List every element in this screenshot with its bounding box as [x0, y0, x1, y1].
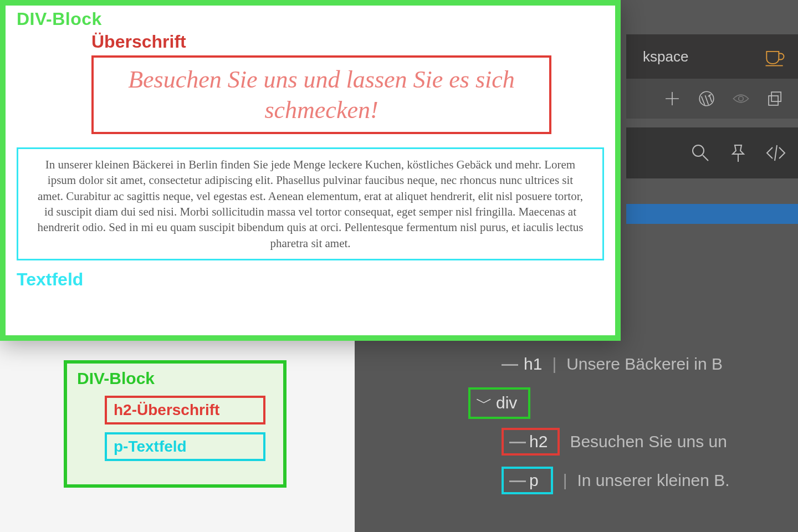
- collapse-dash-icon: —: [509, 471, 521, 490]
- tree-text: Unsere Bäckerei in B: [566, 355, 723, 374]
- svg-point-1: [699, 91, 714, 106]
- tree-sep: |: [552, 355, 556, 374]
- hero-h2-text: Besuchen Sie uns und lassen Sie es sich …: [110, 64, 533, 125]
- svg-line-6: [703, 155, 708, 161]
- tree-tag: h1: [524, 355, 542, 374]
- svg-rect-4: [769, 96, 778, 105]
- selection-highlight: [626, 204, 798, 224]
- tree-tag: h2: [529, 432, 548, 451]
- coffee-cup-icon[interactable]: [763, 44, 787, 69]
- tree-div-highlight: ﹀ div: [468, 387, 530, 419]
- chevron-down-icon[interactable]: ﹀: [476, 392, 488, 415]
- annotation-label-heading: Überschrift: [91, 32, 604, 52]
- h2-highlight-box: Besuchen Sie uns und lassen Sie es sich …: [91, 55, 551, 134]
- code-icon[interactable]: [765, 142, 787, 164]
- pin-icon[interactable]: [727, 142, 749, 164]
- annotation-label-div: DIV-Block: [17, 9, 604, 29]
- tree-row-div[interactable]: ﹀ div: [369, 383, 798, 422]
- tree-row-h2[interactable]: — h2 Besuchen Sie uns un: [369, 422, 798, 461]
- legend-div-label: DIV-Block: [77, 369, 273, 388]
- legend-card: DIV-Block h2-Überschrift p-Textfeld: [64, 360, 287, 488]
- collapse-dash-icon: —: [509, 432, 521, 451]
- workspace-tab-label[interactable]: kspace: [643, 48, 688, 65]
- hero-p-text: In unserer kleinen Bäckerei in Berlin fi…: [34, 157, 587, 251]
- tree-tag: p: [529, 471, 539, 490]
- legend-h2-label: h2-Überschrift: [105, 396, 265, 424]
- copy-icon[interactable]: [766, 89, 785, 108]
- collapse-dash-icon: —: [502, 355, 514, 374]
- svg-point-5: [693, 145, 704, 156]
- toolbar-row-2: [626, 127, 798, 178]
- svg-rect-3: [771, 92, 781, 101]
- tree-row-h1[interactable]: — h1 | Unsere Bäckerei in B: [369, 345, 798, 383]
- tree-row-p[interactable]: — p | In unserer kleinen B.: [369, 461, 798, 500]
- annotation-label-textfeld: Textfeld: [17, 269, 604, 290]
- p-highlight-box: In unserer kleinen Bäckerei in Berlin fi…: [17, 147, 604, 260]
- plus-icon[interactable]: [663, 89, 682, 108]
- search-icon[interactable]: [689, 142, 712, 164]
- wordpress-icon[interactable]: [697, 89, 716, 108]
- builder-tab-bar: kspace: [626, 34, 798, 79]
- tree-h2-highlight: — h2: [502, 428, 560, 456]
- tree-text: In unserer kleinen B.: [577, 471, 729, 490]
- tree-tag: div: [496, 393, 517, 412]
- tree-p-highlight: — p: [502, 467, 553, 494]
- tree-sep: |: [563, 471, 567, 490]
- structure-tree: — h1 | Unsere Bäckerei in B ﹀ div — h2 B…: [369, 342, 798, 532]
- eye-icon[interactable]: [732, 89, 750, 108]
- legend-p-label: p-Textfeld: [105, 432, 265, 461]
- preview-card: DIV-Block Überschrift Besuchen Sie uns u…: [0, 0, 621, 341]
- toolbar-row-1: [626, 79, 798, 119]
- svg-point-2: [739, 96, 744, 101]
- tree-text: Besuchen Sie uns un: [570, 432, 727, 451]
